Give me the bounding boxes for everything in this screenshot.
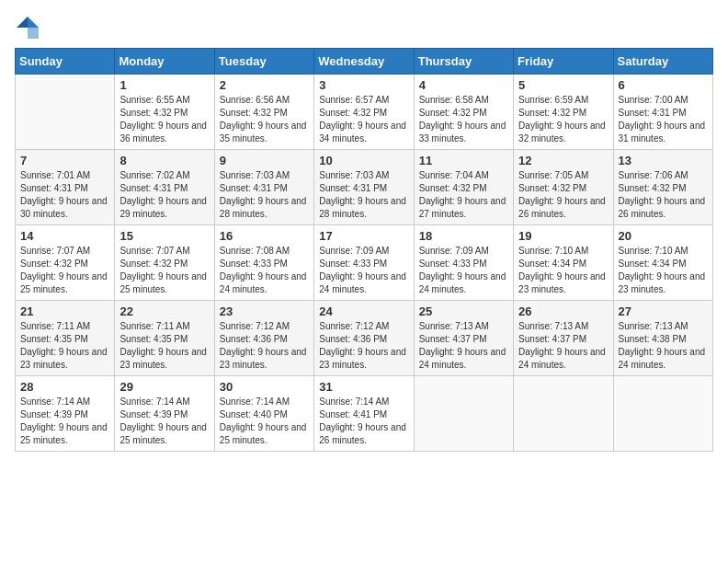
calendar-cell: 29 Sunrise: 7:14 AMSunset: 4:39 PMDaylig… bbox=[115, 376, 214, 452]
calendar-cell bbox=[514, 376, 613, 452]
day-number: 15 bbox=[119, 229, 209, 243]
weekday-thursday: Thursday bbox=[414, 49, 513, 75]
day-number: 23 bbox=[220, 304, 309, 318]
calendar-cell: 4 Sunrise: 6:58 AMSunset: 4:32 PMDayligh… bbox=[414, 75, 513, 150]
day-detail: Sunrise: 7:13 AMSunset: 4:38 PMDaylight:… bbox=[619, 321, 706, 370]
weekday-header-row: SundayMondayTuesdayWednesdayThursdayFrid… bbox=[16, 49, 713, 75]
calendar-cell: 10 Sunrise: 7:03 AMSunset: 4:31 PMDaylig… bbox=[314, 150, 414, 225]
day-number: 29 bbox=[119, 380, 209, 394]
day-detail: Sunrise: 7:10 AMSunset: 4:34 PMDaylight:… bbox=[518, 246, 606, 294]
weekday-tuesday: Tuesday bbox=[214, 49, 313, 75]
day-detail: Sunrise: 7:09 AMSunset: 4:33 PMDaylight:… bbox=[319, 246, 406, 294]
day-detail: Sunrise: 7:09 AMSunset: 4:33 PMDaylight:… bbox=[419, 246, 506, 294]
day-number: 17 bbox=[319, 229, 408, 243]
day-number: 30 bbox=[220, 380, 309, 394]
calendar-cell: 27 Sunrise: 7:13 AMSunset: 4:38 PMDaylig… bbox=[613, 301, 712, 376]
week-row-2: 7 Sunrise: 7:01 AMSunset: 4:31 PMDayligh… bbox=[16, 150, 713, 225]
day-detail: Sunrise: 7:14 AMSunset: 4:40 PMDaylight:… bbox=[220, 396, 307, 445]
calendar-cell: 7 Sunrise: 7:01 AMSunset: 4:31 PMDayligh… bbox=[16, 150, 115, 225]
day-number: 2 bbox=[220, 78, 309, 92]
svg-marker-2 bbox=[17, 17, 28, 28]
day-number: 20 bbox=[619, 229, 708, 243]
calendar-cell: 16 Sunrise: 7:08 AMSunset: 4:33 PMDaylig… bbox=[214, 225, 313, 301]
week-row-1: 1 Sunrise: 6:55 AMSunset: 4:32 PMDayligh… bbox=[16, 75, 713, 150]
calendar-cell: 8 Sunrise: 7:02 AMSunset: 4:31 PMDayligh… bbox=[115, 150, 214, 225]
calendar-cell bbox=[414, 376, 513, 452]
calendar-cell: 14 Sunrise: 7:07 AMSunset: 4:32 PMDaylig… bbox=[16, 225, 115, 301]
logo bbox=[15, 15, 44, 40]
day-number: 18 bbox=[419, 229, 508, 243]
day-detail: Sunrise: 7:13 AMSunset: 4:37 PMDaylight:… bbox=[518, 321, 606, 370]
svg-marker-0 bbox=[28, 17, 39, 28]
calendar-table: SundayMondayTuesdayWednesdayThursdayFrid… bbox=[15, 48, 713, 452]
calendar-cell bbox=[613, 376, 712, 452]
calendar-cell bbox=[16, 75, 115, 150]
calendar-cell: 30 Sunrise: 7:14 AMSunset: 4:40 PMDaylig… bbox=[214, 376, 313, 452]
calendar-cell: 18 Sunrise: 7:09 AMSunset: 4:33 PMDaylig… bbox=[414, 225, 513, 301]
day-detail: Sunrise: 7:00 AMSunset: 4:31 PMDaylight:… bbox=[619, 95, 706, 144]
day-detail: Sunrise: 6:57 AMSunset: 4:32 PMDaylight:… bbox=[319, 95, 406, 144]
day-number: 27 bbox=[619, 304, 708, 318]
calendar-cell: 6 Sunrise: 7:00 AMSunset: 4:31 PMDayligh… bbox=[613, 75, 712, 150]
svg-marker-1 bbox=[28, 28, 39, 39]
day-number: 8 bbox=[119, 154, 209, 167]
logo-icon bbox=[15, 15, 40, 40]
day-number: 13 bbox=[619, 154, 708, 167]
day-detail: Sunrise: 7:10 AMSunset: 4:34 PMDaylight:… bbox=[619, 246, 706, 294]
day-number: 11 bbox=[419, 154, 508, 167]
week-row-3: 14 Sunrise: 7:07 AMSunset: 4:32 PMDaylig… bbox=[16, 225, 713, 301]
week-row-5: 28 Sunrise: 7:14 AMSunset: 4:39 PMDaylig… bbox=[16, 376, 713, 452]
calendar-cell: 26 Sunrise: 7:13 AMSunset: 4:37 PMDaylig… bbox=[514, 301, 613, 376]
calendar-cell: 19 Sunrise: 7:10 AMSunset: 4:34 PMDaylig… bbox=[514, 225, 613, 301]
day-detail: Sunrise: 7:05 AMSunset: 4:32 PMDaylight:… bbox=[518, 170, 606, 219]
day-detail: Sunrise: 7:07 AMSunset: 4:32 PMDaylight:… bbox=[20, 246, 108, 294]
calendar-cell: 5 Sunrise: 6:59 AMSunset: 4:32 PMDayligh… bbox=[514, 75, 613, 150]
day-number: 25 bbox=[419, 304, 508, 318]
day-number: 3 bbox=[319, 78, 408, 92]
day-number: 4 bbox=[419, 78, 508, 92]
day-detail: Sunrise: 6:55 AMSunset: 4:32 PMDaylight:… bbox=[119, 95, 207, 144]
week-row-4: 21 Sunrise: 7:11 AMSunset: 4:35 PMDaylig… bbox=[16, 301, 713, 376]
day-detail: Sunrise: 7:14 AMSunset: 4:41 PMDaylight:… bbox=[319, 396, 406, 445]
calendar-cell: 15 Sunrise: 7:07 AMSunset: 4:32 PMDaylig… bbox=[115, 225, 214, 301]
calendar-cell: 20 Sunrise: 7:10 AMSunset: 4:34 PMDaylig… bbox=[613, 225, 712, 301]
day-detail: Sunrise: 6:59 AMSunset: 4:32 PMDaylight:… bbox=[518, 95, 606, 144]
calendar-cell: 2 Sunrise: 6:56 AMSunset: 4:32 PMDayligh… bbox=[214, 75, 313, 150]
weekday-saturday: Saturday bbox=[613, 49, 712, 75]
day-number: 1 bbox=[119, 78, 209, 92]
calendar-cell: 9 Sunrise: 7:03 AMSunset: 4:31 PMDayligh… bbox=[214, 150, 313, 225]
day-detail: Sunrise: 7:02 AMSunset: 4:31 PMDaylight:… bbox=[119, 170, 207, 219]
day-detail: Sunrise: 7:14 AMSunset: 4:39 PMDaylight:… bbox=[119, 396, 207, 445]
day-detail: Sunrise: 7:06 AMSunset: 4:32 PMDaylight:… bbox=[619, 170, 706, 219]
calendar-cell: 25 Sunrise: 7:13 AMSunset: 4:37 PMDaylig… bbox=[414, 301, 513, 376]
calendar-cell: 24 Sunrise: 7:12 AMSunset: 4:36 PMDaylig… bbox=[314, 301, 414, 376]
day-number: 24 bbox=[319, 304, 408, 318]
day-number: 28 bbox=[20, 380, 109, 394]
calendar-cell: 22 Sunrise: 7:11 AMSunset: 4:35 PMDaylig… bbox=[115, 301, 214, 376]
calendar-cell: 31 Sunrise: 7:14 AMSunset: 4:41 PMDaylig… bbox=[314, 376, 414, 452]
day-detail: Sunrise: 7:01 AMSunset: 4:31 PMDaylight:… bbox=[20, 170, 108, 219]
weekday-monday: Monday bbox=[115, 49, 214, 75]
calendar-cell: 28 Sunrise: 7:14 AMSunset: 4:39 PMDaylig… bbox=[16, 376, 115, 452]
calendar-cell: 11 Sunrise: 7:04 AMSunset: 4:32 PMDaylig… bbox=[414, 150, 513, 225]
day-number: 31 bbox=[319, 380, 408, 394]
day-detail: Sunrise: 7:03 AMSunset: 4:31 PMDaylight:… bbox=[220, 170, 307, 219]
day-detail: Sunrise: 7:07 AMSunset: 4:32 PMDaylight:… bbox=[119, 246, 207, 294]
calendar-cell: 12 Sunrise: 7:05 AMSunset: 4:32 PMDaylig… bbox=[514, 150, 613, 225]
calendar-cell: 3 Sunrise: 6:57 AMSunset: 4:32 PMDayligh… bbox=[314, 75, 414, 150]
day-number: 26 bbox=[518, 304, 608, 318]
calendar-cell: 17 Sunrise: 7:09 AMSunset: 4:33 PMDaylig… bbox=[314, 225, 414, 301]
weekday-wednesday: Wednesday bbox=[314, 49, 414, 75]
calendar-cell: 13 Sunrise: 7:06 AMSunset: 4:32 PMDaylig… bbox=[613, 150, 712, 225]
day-detail: Sunrise: 7:03 AMSunset: 4:31 PMDaylight:… bbox=[319, 170, 406, 219]
day-number: 21 bbox=[20, 304, 109, 318]
day-number: 22 bbox=[119, 304, 209, 318]
day-detail: Sunrise: 7:12 AMSunset: 4:36 PMDaylight:… bbox=[319, 321, 406, 370]
page-header bbox=[15, 15, 713, 40]
calendar-cell: 23 Sunrise: 7:12 AMSunset: 4:36 PMDaylig… bbox=[214, 301, 313, 376]
day-detail: Sunrise: 7:11 AMSunset: 4:35 PMDaylight:… bbox=[119, 321, 207, 370]
day-number: 9 bbox=[220, 154, 309, 167]
weekday-friday: Friday bbox=[514, 49, 613, 75]
day-number: 5 bbox=[518, 78, 608, 92]
day-detail: Sunrise: 7:14 AMSunset: 4:39 PMDaylight:… bbox=[20, 396, 108, 445]
